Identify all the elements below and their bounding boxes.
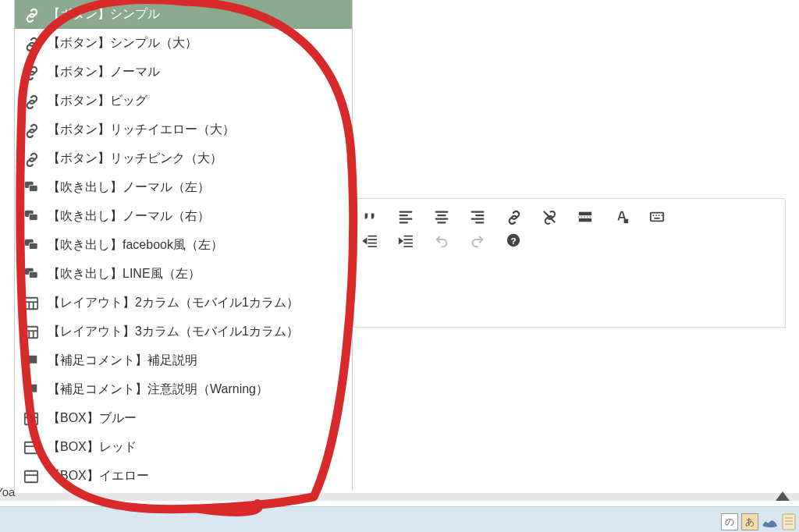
svg-rect-26 (624, 219, 628, 223)
svg-rect-23 (579, 212, 591, 216)
menu-item-label: 【BOX】ブルー (48, 410, 137, 427)
editor-content-area[interactable] (353, 256, 786, 328)
svg-point-35 (766, 521, 768, 523)
link-icon (23, 35, 40, 52)
menu-item-0[interactable]: 【ボタン】シンプル (15, 0, 352, 29)
help-button[interactable]: ? (505, 232, 522, 249)
chat-icon (23, 237, 40, 254)
menu-item-11[interactable]: 【レイアウト】3カラム（モバイル1カラム） (15, 317, 352, 346)
menu-item-3[interactable]: 【ボタン】ビッグ (15, 87, 352, 115)
menu-item-label: 【レイアウト】2カラム（モバイル1カラム） (48, 295, 299, 311)
chat-icon (23, 266, 40, 283)
menu-item-label: 【ボタン】シンプル（大） (48, 35, 197, 51)
svg-rect-20 (25, 470, 37, 482)
svg-rect-7 (29, 271, 37, 278)
link-button[interactable] (505, 208, 522, 225)
svg-rect-12 (25, 326, 37, 338)
footer-left-label: Yoa (0, 485, 15, 498)
svg-point-30 (659, 215, 660, 216)
menu-item-label: 【吹き出し】facebook風（左） (48, 237, 223, 254)
box-icon (23, 410, 40, 427)
menu-item-12[interactable]: 【補足コメント】補足説明 (15, 346, 352, 375)
svg-point-29 (655, 215, 657, 216)
tray-birds-icon[interactable] (762, 514, 779, 530)
svg-rect-32 (654, 218, 659, 219)
menu-item-15[interactable]: 【BOX】レッド (15, 433, 352, 462)
menu-item-9[interactable]: 【吹き出し】LINE風（左） (15, 260, 352, 289)
menu-item-label: 【ボタン】シンプル (48, 6, 160, 23)
menu-item-16[interactable]: 【BOX】イエロー (15, 462, 352, 491)
menu-item-label: 【ボタン】ノーマル (48, 64, 160, 80)
menu-item-1[interactable]: 【ボタン】シンプル（大） (15, 29, 352, 58)
svg-rect-5 (29, 243, 37, 249)
align-right-button[interactable] (469, 208, 486, 225)
svg-rect-1 (29, 185, 37, 191)
menu-item-5[interactable]: 【ボタン】リッチピンク（大） (15, 144, 352, 173)
menu-item-2[interactable]: 【ボタン】ノーマル (15, 58, 352, 87)
text-color-button[interactable] (613, 208, 630, 225)
comment-icon (23, 381, 40, 399)
link-icon (23, 64, 40, 81)
tray-document-icon[interactable] (782, 513, 796, 530)
grid-icon (23, 295, 40, 312)
svg-rect-24 (579, 218, 591, 222)
menu-item-label: 【吹き出し】LINE風（左） (48, 266, 201, 282)
align-left-button[interactable] (397, 208, 414, 225)
menu-item-10[interactable]: 【レイアウト】2カラム（モバイル1カラム） (15, 289, 352, 317)
redo-button[interactable] (469, 232, 486, 249)
svg-rect-18 (25, 442, 37, 453)
read-more-button[interactable] (577, 208, 594, 225)
menu-item-label: 【吹き出し】ノーマル（左） (48, 179, 210, 196)
link-icon (23, 122, 40, 139)
undo-button[interactable] (433, 232, 450, 249)
indent-button[interactable] (397, 232, 414, 249)
keyboard-button[interactable] (648, 208, 666, 225)
menu-item-label: 【吹き出し】ノーマル（右） (48, 208, 210, 225)
svg-rect-36 (783, 514, 795, 530)
ime-badge[interactable]: あ (741, 513, 758, 530)
link-icon (23, 6, 40, 23)
link-icon (23, 151, 40, 168)
svg-rect-3 (29, 214, 37, 220)
menu-item-label: 【ボタン】リッチピンク（大） (48, 151, 222, 167)
menu-item-7[interactable]: 【吹き出し】ノーマル（右） (15, 202, 352, 231)
menu-item-14[interactable]: 【BOX】ブルー (15, 404, 352, 433)
chat-icon (23, 208, 40, 225)
grid-icon (23, 324, 40, 341)
quote-button[interactable] (361, 208, 378, 225)
scroll-to-top-button[interactable] (776, 491, 790, 501)
comment-icon (23, 353, 40, 370)
style-dropdown: 【ボタン】シンプル【ボタン】シンプル（大）【ボタン】ノーマル【ボタン】ビッグ【ボ… (14, 0, 353, 491)
menu-item-label: 【レイアウト】3カラム（モバイル1カラム） (48, 324, 299, 340)
svg-rect-8 (25, 297, 37, 309)
menu-item-label: 【補足コメント】注意説明（Warning） (48, 381, 268, 398)
svg-rect-16 (25, 413, 37, 424)
menu-item-13[interactable]: 【補足コメント】注意説明（Warning） (15, 375, 352, 404)
menu-item-label: 【BOX】レッド (48, 439, 137, 456)
unlink-button[interactable] (541, 208, 558, 225)
editor-toolbar: ? (353, 198, 786, 259)
svg-point-31 (661, 215, 662, 216)
taskbar: の あ (0, 506, 799, 532)
box-icon (23, 439, 40, 456)
system-tray: の あ (721, 513, 796, 530)
menu-item-label: 【ボタン】ビッグ (48, 93, 147, 109)
outdent-button[interactable] (361, 232, 378, 249)
menu-item-6[interactable]: 【吹き出し】ノーマル（左） (15, 173, 352, 202)
divider-strip (0, 493, 799, 501)
svg-rect-27 (651, 213, 663, 222)
menu-item-label: 【BOX】イエロー (48, 468, 149, 484)
menu-item-label: 【ボタン】リッチイエロー（大） (48, 122, 235, 138)
link-icon (23, 93, 40, 110)
menu-item-8[interactable]: 【吹き出し】facebook風（左） (15, 231, 352, 260)
menu-item-4[interactable]: 【ボタン】リッチイエロー（大） (15, 115, 352, 144)
align-center-button[interactable] (433, 208, 450, 225)
svg-text:?: ? (510, 236, 516, 246)
chat-icon (23, 179, 40, 197)
menu-item-label: 【補足コメント】補足説明 (48, 353, 197, 369)
svg-point-28 (653, 215, 655, 216)
ime-mode-icon[interactable]: の (721, 513, 738, 530)
box-icon (23, 468, 40, 485)
